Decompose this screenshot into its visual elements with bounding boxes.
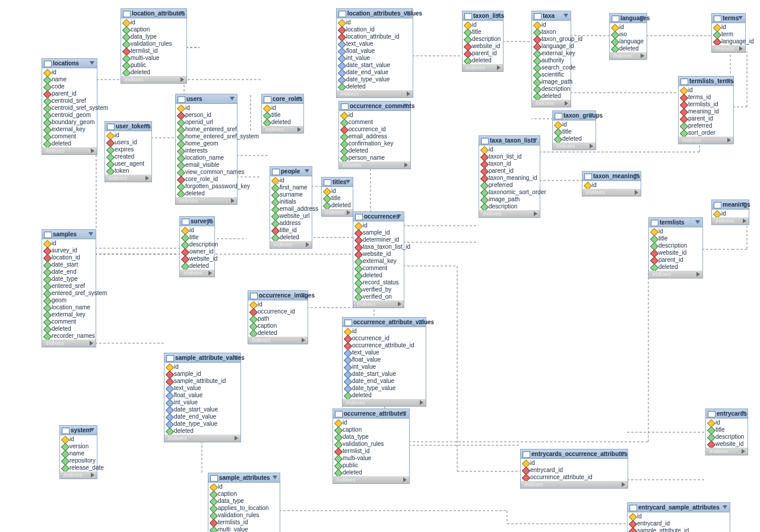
indexes-section[interactable]: Indexes xyxy=(553,142,596,150)
collapse-arrow-icon[interactable] xyxy=(233,356,238,359)
expand-arrow-icon[interactable] xyxy=(91,473,94,477)
indexes-section[interactable]: Indexes xyxy=(610,52,647,59)
table-header[interactable]: people xyxy=(270,167,312,176)
table-header[interactable]: location_attributes xyxy=(121,9,186,18)
indexes-section[interactable]: Indexes xyxy=(42,340,96,347)
table-core_roles[interactable]: core_rolesidtitledeletedIndexes xyxy=(261,94,304,134)
indexes-section[interactable]: Indexes xyxy=(333,476,409,483)
table-header[interactable]: users xyxy=(176,94,237,104)
expand-arrow-icon[interactable] xyxy=(306,242,309,247)
table-header[interactable]: occurrence_attributes xyxy=(333,409,409,419)
expand-arrow-icon[interactable] xyxy=(347,210,350,215)
table-header[interactable]: taxon_lists xyxy=(463,11,503,21)
table-taxa[interactable]: taxaidtaxontaxon_group_idlanguage_idexte… xyxy=(531,11,571,107)
table-occurrence_comments[interactable]: occurrence_commentsidcommentoccurrence_i… xyxy=(338,101,411,169)
table-header[interactable]: sample_attribute_values xyxy=(164,353,240,363)
expand-arrow-icon[interactable] xyxy=(407,91,410,96)
collapse-arrow-icon[interactable] xyxy=(230,97,235,100)
collapse-arrow-icon[interactable] xyxy=(300,293,305,297)
collapse-arrow-icon[interactable] xyxy=(88,232,93,236)
table-header[interactable]: titles xyxy=(322,178,353,187)
indexes-section[interactable]: Indexes xyxy=(712,217,749,224)
expand-arrow-icon[interactable] xyxy=(404,163,408,167)
indexes-section[interactable]: Indexes xyxy=(248,337,308,344)
table-header[interactable]: surveys xyxy=(180,217,214,226)
table-header[interactable]: system xyxy=(60,426,97,435)
table-user_tokens[interactable]: user_tokensidusers_idexpirescreateduser_… xyxy=(104,121,152,182)
collapse-arrow-icon[interactable] xyxy=(740,411,745,415)
table-header[interactable]: samples xyxy=(42,230,96,239)
indexes-section[interactable]: Indexes xyxy=(353,300,404,308)
table-header[interactable]: occurrence_comments xyxy=(339,102,410,111)
table-header[interactable]: sample_attributes xyxy=(208,473,280,483)
expand-arrow-icon[interactable] xyxy=(497,65,501,70)
table-occurrence_attribute_values[interactable]: occurrence_attribute_valuesidoccurrence_… xyxy=(342,317,426,407)
collapse-arrow-icon[interactable] xyxy=(305,169,309,173)
table-header[interactable]: entrycards_occurrence_attributes xyxy=(521,449,628,459)
table-meanings[interactable]: meaningsidIndexes xyxy=(711,200,749,225)
table-header[interactable]: meanings xyxy=(712,200,749,210)
table-taxa_taxon_lists[interactable]: taxa_taxon_listsidtaxon_list_idtaxon_idp… xyxy=(479,135,540,218)
expand-arrow-icon[interactable] xyxy=(403,477,407,482)
collapse-arrow-icon[interactable] xyxy=(419,320,423,324)
table-location_attributes_values[interactable]: location_attributes_valuesidlocation_idl… xyxy=(336,8,413,98)
indexes-section[interactable]: Indexes xyxy=(42,147,97,154)
indexes-section[interactable]: Indexes xyxy=(105,175,151,182)
table-entrycard_sample_attributes[interactable]: entrycard_sample_attributesidentrycard_i… xyxy=(627,502,730,532)
indexes-section[interactable]: Indexes xyxy=(339,162,410,169)
collapse-arrow-icon[interactable] xyxy=(406,11,410,15)
table-header[interactable]: entrycards xyxy=(706,409,748,419)
expand-arrow-icon[interactable] xyxy=(180,77,184,82)
table-header[interactable]: occurrences xyxy=(353,212,404,221)
table-users[interactable]: usersidperson_idopenid_urlhome_entered_s… xyxy=(175,94,238,205)
collapse-arrow-icon[interactable] xyxy=(90,61,94,65)
expand-arrow-icon[interactable] xyxy=(696,272,700,277)
table-taxon_lists[interactable]: taxon_listsidtitledescriptionwebsite_idp… xyxy=(462,11,504,72)
expand-arrow-icon[interactable] xyxy=(622,482,625,487)
indexes-section[interactable]: Indexes xyxy=(463,64,503,71)
table-header[interactable]: core_roles xyxy=(262,94,303,104)
indexes-section[interactable]: Indexes xyxy=(262,126,303,133)
table-termlists[interactable]: termlistsidtitledescriptionwebsite_idpar… xyxy=(648,217,703,278)
expand-arrow-icon[interactable] xyxy=(641,53,644,58)
table-entrycards_occurrence_attributes[interactable]: entrycards_occurrence_attributesidentryc… xyxy=(520,449,628,489)
table-header[interactable]: taxa xyxy=(532,11,571,21)
table-titles[interactable]: titlesidtitledeletedIndexes xyxy=(321,177,353,217)
collapse-arrow-icon[interactable] xyxy=(346,180,350,183)
indexes-section[interactable]: Indexes xyxy=(706,448,748,455)
expand-arrow-icon[interactable] xyxy=(235,436,238,441)
expand-arrow-icon[interactable] xyxy=(208,271,212,276)
table-sample_attribute_values[interactable]: sample_attribute_valuesidsample_idsample… xyxy=(164,353,241,442)
expand-arrow-icon[interactable] xyxy=(302,338,305,343)
table-header[interactable]: termlists_terms xyxy=(679,77,733,86)
expand-arrow-icon[interactable] xyxy=(565,101,568,106)
indexes-section[interactable]: Indexes xyxy=(712,45,745,52)
table-termlists_terms[interactable]: termlists_termsidterms_idtermlists_idmea… xyxy=(678,76,734,144)
table-samples[interactable]: samplesidsurvey_idlocation_iddate_startd… xyxy=(42,229,96,347)
table-system[interactable]: systemidversionnamerepositoryrelease_dat… xyxy=(59,425,97,479)
table-terms[interactable]: termsidtermlanguage_idIndexes xyxy=(711,13,746,53)
indexes-section[interactable]: Indexes xyxy=(180,270,214,277)
collapse-arrow-icon[interactable] xyxy=(144,124,149,128)
table-location_attributes[interactable]: location_attributesidcaptiondata_typeval… xyxy=(121,8,187,84)
collapse-arrow-icon[interactable] xyxy=(634,174,638,178)
expand-arrow-icon[interactable] xyxy=(739,46,743,51)
collapse-arrow-icon[interactable] xyxy=(403,104,408,107)
collapse-arrow-icon[interactable] xyxy=(402,411,407,415)
collapse-arrow-icon[interactable] xyxy=(397,214,401,218)
expand-arrow-icon[interactable] xyxy=(635,190,638,195)
expand-arrow-icon[interactable] xyxy=(297,127,301,132)
indexes-section[interactable]: Indexes xyxy=(532,100,571,107)
expand-arrow-icon[interactable] xyxy=(743,218,746,223)
collapse-arrow-icon[interactable] xyxy=(726,79,731,83)
collapse-arrow-icon[interactable] xyxy=(496,14,501,17)
table-occurrences[interactable]: occurrencesidsample_iddeterminer_idtaxa_… xyxy=(353,211,404,308)
expand-arrow-icon[interactable] xyxy=(90,341,93,346)
table-entrycards[interactable]: entrycardsidtitledescriptionwebsite_idIn… xyxy=(705,408,748,455)
indexes-section[interactable]: Indexes xyxy=(679,137,733,144)
collapse-arrow-icon[interactable] xyxy=(273,476,277,479)
table-header[interactable]: entrycard_sample_attributes xyxy=(628,503,730,512)
collapse-arrow-icon[interactable] xyxy=(620,452,625,455)
table-header[interactable]: user_tokens xyxy=(105,122,151,131)
table-occurrence_images[interactable]: occurrence_imagesidoccurrence_idpathcapt… xyxy=(248,290,308,344)
